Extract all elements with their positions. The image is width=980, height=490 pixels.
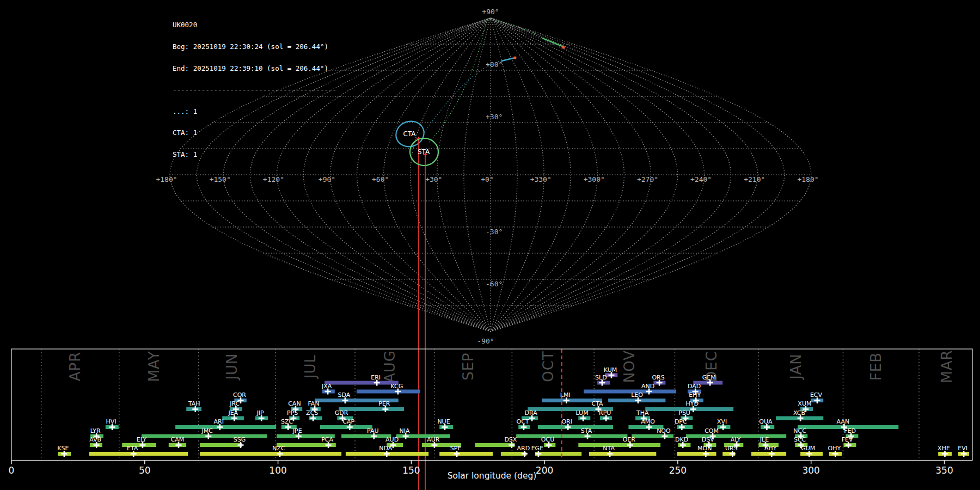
- shower-label: NOO: [657, 427, 671, 434]
- shower-label: JLE: [759, 436, 769, 443]
- x-axis: 050100150200250300350Solar longitude (de…: [9, 461, 953, 481]
- shower-bar: [538, 425, 613, 429]
- shower-URS: URS: [722, 445, 737, 457]
- shower-label: THA: [636, 409, 649, 416]
- month-label: OCT: [540, 351, 556, 382]
- end-time-line: End: 20251019 22:39:10 (sol = 206.44°): [173, 65, 336, 72]
- ecliptic-longitude-label: +60°: [372, 175, 389, 183]
- shower-bar: [200, 443, 242, 447]
- shower-label: ERI: [371, 374, 381, 381]
- ecliptic-latitude-label: -60°: [486, 280, 503, 288]
- shower-label: SLD: [595, 374, 607, 381]
- shower-CAP: CAP: [320, 418, 372, 430]
- shower-AHY: AHY: [751, 445, 786, 457]
- south-pole-label: -90°: [477, 337, 494, 345]
- shower-label: NDA: [379, 445, 393, 452]
- ecliptic-longitude-label: +270°: [637, 175, 658, 183]
- meteor-track-STA: [429, 20, 565, 143]
- month-label: NOV: [621, 350, 638, 383]
- ecliptic-longitude-label: +180°: [797, 175, 818, 183]
- shower-label: PCA: [321, 436, 333, 443]
- north-pole-label: +90°: [482, 8, 499, 16]
- shower-OHY: OHY: [828, 445, 842, 457]
- shower-label: OCU: [541, 436, 554, 443]
- x-tick-label: 300: [802, 465, 819, 476]
- shower-label: QUA: [759, 418, 773, 425]
- shower-GUM: GUM: [800, 445, 823, 457]
- shower-AVB: AVB: [89, 436, 102, 448]
- x-tick-label: 250: [669, 465, 687, 476]
- shower-label: SPE: [450, 445, 462, 452]
- shower-label: COR: [233, 391, 246, 399]
- radiant-CTA: CTA: [393, 117, 428, 490]
- count-unassociated: ...: 1: [173, 108, 336, 115]
- shower-label: SCC: [794, 436, 806, 443]
- shower-label: PPS: [287, 409, 298, 416]
- station-id: UK0020: [173, 21, 336, 28]
- shower-DKD: DKD: [675, 436, 690, 448]
- ecliptic-latitude-label: +60°: [486, 60, 503, 69]
- meteor-path-extension: [424, 61, 501, 132]
- shower-label: ARD: [517, 445, 530, 452]
- shower-TAH: TAH: [186, 400, 201, 412]
- shower-label: AMO: [641, 418, 655, 425]
- shower-bar: [357, 390, 420, 394]
- shower-bar: [439, 452, 493, 456]
- ecliptic-longitude-label: +120°: [263, 175, 284, 183]
- shower-label: LYR: [90, 427, 101, 434]
- shower-label: EVI: [958, 445, 967, 452]
- shower-label: JMC: [201, 427, 213, 434]
- ecliptic-longitude-label: +30°: [425, 175, 442, 183]
- shower-label: COM: [705, 427, 719, 434]
- shower-label: RPU: [599, 409, 611, 416]
- shower-EGE: EGE: [531, 445, 582, 457]
- shower-NUE: NUE: [437, 418, 453, 430]
- shower-label: TAH: [188, 400, 200, 407]
- shower-DSX: DSX: [475, 436, 517, 448]
- shower-label: AVB: [89, 436, 101, 443]
- shower-bar: [578, 443, 660, 447]
- shower-label: DSV: [702, 436, 714, 443]
- shower-label: OHY: [828, 445, 841, 452]
- shower-label: JRC: [229, 400, 240, 407]
- shower-LUM: LUM: [576, 409, 591, 421]
- x-tick-label: 350: [935, 465, 953, 476]
- shower-label: AUD: [385, 436, 399, 443]
- shower-label: DRA: [524, 409, 537, 416]
- shower-label: XHE: [938, 445, 950, 452]
- shower-label: ALY: [731, 436, 741, 443]
- meteor-end-marker: [513, 56, 516, 59]
- shower-label: DSX: [504, 436, 517, 443]
- shower-label: NCC: [793, 427, 806, 434]
- separator-line: ----------------------------------------: [173, 86, 336, 93]
- shower-label: DAD: [688, 383, 701, 390]
- shower-label: OER: [623, 436, 636, 443]
- shower-label: SSG: [234, 436, 246, 443]
- shower-bar: [142, 434, 267, 438]
- shower-label: ECV: [810, 391, 823, 399]
- shower-label: GUM: [801, 445, 815, 452]
- shower-label: KSE: [57, 445, 69, 452]
- meridian-line: [491, 18, 731, 332]
- shower-bars: KUMERISLDORSGEMJXAKCGANDDADCORSDALMILEOE…: [57, 366, 969, 457]
- shower-label: ETA: [127, 445, 138, 452]
- ecliptic-longitude-label: +330°: [530, 175, 552, 183]
- x-tick-label: 0: [9, 465, 15, 476]
- meridian-line: [491, 18, 651, 332]
- shower-label: XVI: [717, 418, 727, 425]
- sky-map-and-activity-chart: +180°+150°+120°+90°+60°+30°+0°+330°+300°…: [0, 0, 980, 490]
- shower-KSE: KSE: [57, 445, 71, 457]
- shower-label: EGE: [531, 445, 543, 452]
- shower-label: ELY: [137, 436, 147, 443]
- shower-JIP: JIP: [255, 409, 268, 421]
- shower-bar: [535, 452, 581, 456]
- shower-label: XCB: [793, 409, 805, 416]
- shower-label: JPE: [292, 427, 302, 434]
- shower-label: NTA: [603, 445, 615, 452]
- ecliptic-longitude-label: +240°: [690, 175, 712, 183]
- count-sta: STA: 1: [173, 151, 336, 158]
- shower-label: PSU: [678, 409, 690, 416]
- shower-label: CAN: [288, 400, 301, 407]
- meridian-line: [491, 18, 597, 332]
- shower-label: CTA: [591, 400, 603, 407]
